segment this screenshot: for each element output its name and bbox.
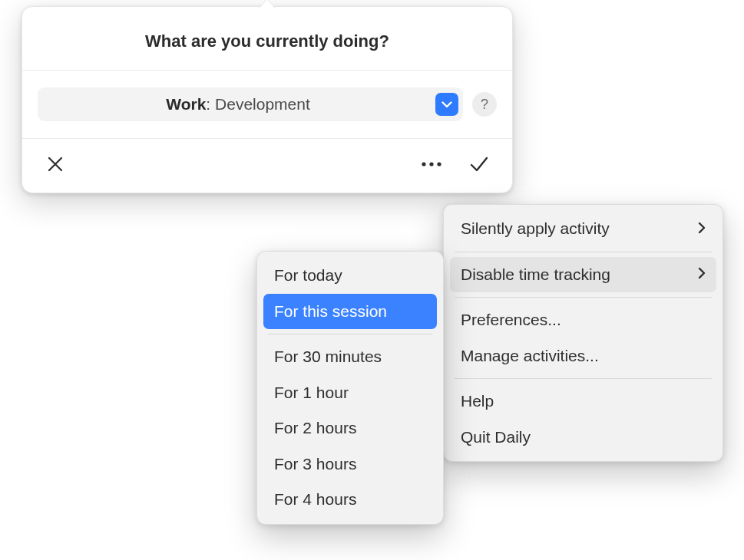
popover-footer bbox=[22, 139, 512, 193]
chevron-down-icon[interactable] bbox=[435, 93, 458, 116]
activity-separator: : bbox=[206, 95, 215, 113]
menu-separator bbox=[455, 378, 712, 379]
svg-point-1 bbox=[429, 162, 433, 166]
activity-popover: What are you currently doing? Work: Deve… bbox=[21, 6, 513, 193]
submenu-item-session[interactable]: For this session bbox=[263, 294, 437, 330]
menu-item-label: Disable time tracking bbox=[461, 262, 610, 288]
menu-item-label: Quit Daily bbox=[461, 425, 531, 450]
menu-item-label: Help bbox=[461, 389, 494, 414]
menu-item-label: For today bbox=[274, 263, 342, 288]
chevron-right-icon bbox=[698, 262, 706, 286]
menu-item-label: For 1 hour bbox=[274, 380, 349, 406]
popover-arrow bbox=[257, 0, 277, 9]
more-button[interactable] bbox=[420, 153, 443, 176]
menu-item-silently-apply[interactable]: Silently apply activity bbox=[450, 211, 716, 247]
menu-item-label: For 4 hours bbox=[274, 487, 356, 512]
close-button[interactable] bbox=[44, 153, 67, 176]
menu-item-label: Preferences... bbox=[461, 308, 561, 333]
submenu-item-4hours[interactable]: For 4 hours bbox=[263, 482, 437, 518]
menu-item-label: For 3 hours bbox=[274, 452, 356, 477]
activity-select-wrap: Work: Development bbox=[38, 87, 463, 121]
menu-item-label: For 30 minutes bbox=[274, 344, 382, 370]
menu-item-label: Manage activities... bbox=[461, 344, 599, 369]
svg-point-2 bbox=[437, 162, 441, 166]
confirm-button[interactable] bbox=[468, 153, 491, 176]
menu-item-label: For this session bbox=[274, 299, 387, 324]
menu-item-preferences[interactable]: Preferences... bbox=[450, 302, 716, 338]
menu-item-label: For 2 hours bbox=[274, 416, 356, 441]
svg-point-0 bbox=[422, 162, 425, 166]
menu-item-manage-activities[interactable]: Manage activities... bbox=[450, 338, 716, 374]
check-icon bbox=[469, 156, 489, 173]
more-icon bbox=[421, 161, 442, 167]
submenu-item-3hours[interactable]: For 3 hours bbox=[263, 446, 437, 483]
menu-item-label: Silently apply activity bbox=[461, 216, 610, 242]
submenu-disable-tracking: For today For this session For 30 minute… bbox=[256, 251, 444, 525]
menu-separator bbox=[455, 252, 712, 252]
popover-title: What are you currently doing? bbox=[22, 7, 512, 70]
activity-category: Work bbox=[166, 95, 206, 113]
activity-select-row: Work: Development ? bbox=[22, 71, 512, 138]
context-menu: Silently apply activity Disable time tra… bbox=[443, 204, 723, 462]
chevron-right-icon bbox=[698, 217, 706, 241]
menu-separator bbox=[455, 297, 712, 298]
activity-select[interactable]: Work: Development bbox=[38, 87, 463, 121]
menu-item-disable-tracking[interactable]: Disable time tracking bbox=[450, 257, 716, 293]
submenu-item-2hours[interactable]: For 2 hours bbox=[263, 410, 437, 446]
activity-value: Development bbox=[215, 95, 310, 113]
help-icon: ? bbox=[481, 97, 488, 113]
menu-separator bbox=[268, 334, 432, 334]
footer-right bbox=[420, 153, 491, 176]
menu-item-quit[interactable]: Quit Daily bbox=[450, 420, 716, 456]
menu-item-help[interactable]: Help bbox=[450, 384, 716, 420]
submenu-item-1hour[interactable]: For 1 hour bbox=[263, 375, 437, 411]
help-button[interactable]: ? bbox=[472, 92, 497, 117]
close-icon bbox=[47, 156, 64, 173]
submenu-item-today[interactable]: For today bbox=[263, 258, 437, 294]
submenu-item-30min[interactable]: For 30 minutes bbox=[263, 339, 437, 375]
